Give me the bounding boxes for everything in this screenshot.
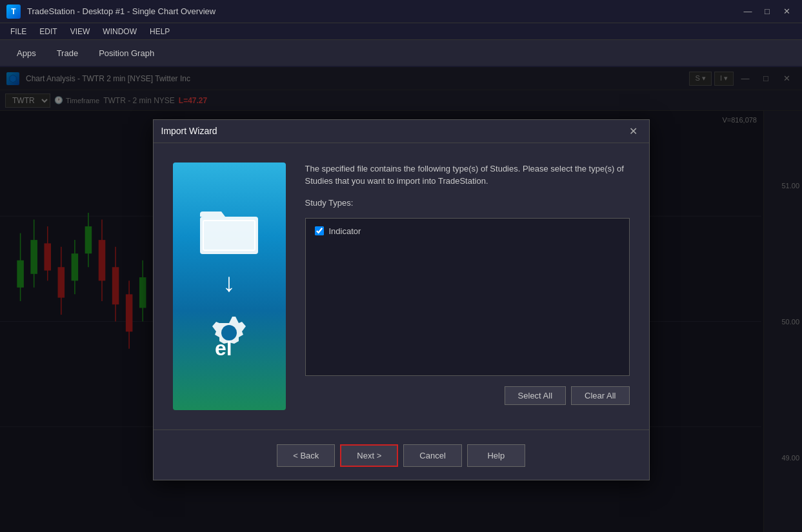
study-types-list: Indicator [305, 218, 630, 376]
dialog-title: Import Wizard [161, 126, 619, 136]
study-types-label: Study Types: [305, 198, 630, 208]
indicator-label: Indicator [329, 226, 361, 236]
import-wizard-dialog: Import Wizard ✕ [153, 119, 650, 480]
dialog-content: The specified file contains the followin… [305, 163, 630, 410]
svg-text:el: el [215, 337, 232, 360]
main-toolbar: Apps Trade Position Graph [0, 40, 802, 67]
title-bar: T TradeStation - Desktop #1 - Single Cha… [0, 0, 802, 23]
dialog-overlay: Import Wizard ✕ [0, 67, 802, 532]
description-text: The specified file contains the followin… [305, 163, 630, 188]
menu-file[interactable]: FILE [5, 25, 32, 38]
back-button[interactable]: < Back [277, 444, 335, 467]
menu-view[interactable]: VIEW [65, 25, 95, 38]
indicator-item: Indicator [311, 224, 624, 239]
toolbar-trade[interactable]: Trade [46, 44, 88, 62]
menu-edit[interactable]: EDIT [34, 25, 62, 38]
app-logo: T [6, 5, 21, 19]
toolbar-apps[interactable]: Apps [6, 44, 46, 62]
menu-bar: FILE EDIT VIEW WINDOW HELP [0, 23, 802, 40]
indicator-checkbox[interactable] [315, 226, 324, 235]
wizard-icon-panel: ↓ el [173, 163, 286, 410]
dialog-close-button[interactable]: ✕ [625, 124, 641, 139]
select-all-button[interactable]: Select All [505, 386, 566, 405]
study-type-actions: Select All Clear All [305, 386, 630, 410]
svg-rect-29 [203, 221, 255, 250]
close-button[interactable]: ✕ [777, 5, 796, 19]
maximize-button[interactable]: □ [758, 5, 776, 19]
dialog-header: Import Wizard ✕ [154, 120, 649, 143]
toolbar-position-graph[interactable]: Position Graph [88, 44, 165, 62]
window-controls: — □ ✕ [739, 5, 796, 19]
dialog-body: ↓ el [154, 143, 649, 423]
arrow-down-icon: ↓ [223, 268, 236, 297]
menu-window[interactable]: WINDOW [97, 25, 142, 38]
help-button[interactable]: Help [467, 444, 525, 467]
gear-el-icon: el [197, 310, 261, 368]
clear-all-button[interactable]: Clear All [571, 386, 629, 405]
cancel-button[interactable]: Cancel [403, 444, 461, 467]
folder-icon [197, 204, 261, 255]
main-content: Chart Analysis - TWTR 2 min [NYSE] Twitt… [0, 67, 802, 532]
app-title: TradeStation - Desktop #1 - Single Chart… [27, 6, 732, 16]
menu-help[interactable]: HELP [145, 25, 175, 38]
next-button[interactable]: Next > [340, 444, 398, 467]
chart-area: Chart Analysis - TWTR 2 min [NYSE] Twitt… [0, 67, 802, 532]
dialog-footer: < Back Next > Cancel Help [154, 437, 649, 480]
dialog-separator [154, 429, 649, 430]
minimize-button[interactable]: — [739, 5, 757, 19]
